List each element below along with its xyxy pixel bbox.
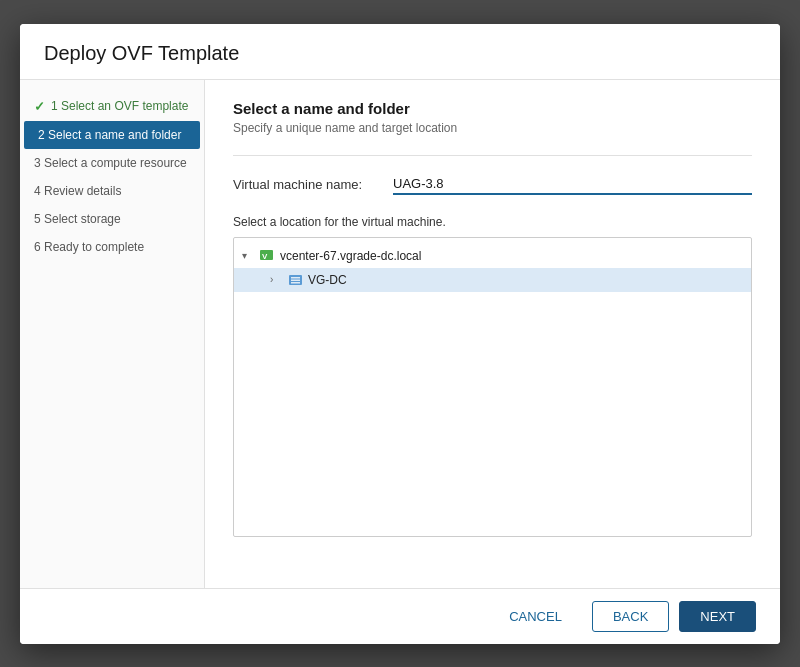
check-icon: ✓ <box>34 99 45 114</box>
vm-name-row: Virtual machine name: <box>233 174 752 195</box>
sidebar-item-label-step2: 2 Select a name and folder <box>38 128 181 142</box>
divider <box>233 155 752 156</box>
vm-name-label: Virtual machine name: <box>233 177 393 192</box>
dialog-title: Deploy OVF Template <box>20 24 780 80</box>
sidebar-item-label-step5: 5 Select storage <box>34 212 121 226</box>
next-button[interactable]: NEXT <box>679 601 756 632</box>
sidebar-item-step2[interactable]: 2 Select a name and folder <box>24 121 200 149</box>
sidebar-item-label-step4: 4 Review details <box>34 184 121 198</box>
main-content: Select a name and folder Specify a uniqu… <box>205 80 780 588</box>
tree-node-vcenter-label: vcenter-67.vgrade-dc.local <box>280 249 421 263</box>
sidebar-item-step4[interactable]: 4 Review details <box>20 177 204 205</box>
tree-node-vcenter[interactable]: ▾ V vcenter-67.vgrade-dc.local <box>234 244 751 268</box>
location-label: Select a location for the virtual machin… <box>233 215 752 229</box>
sidebar-item-step6[interactable]: 6 Ready to complete <box>20 233 204 261</box>
sidebar: ✓ 1 Select an OVF template 2 Select a na… <box>20 80 205 588</box>
dialog-body: ✓ 1 Select an OVF template 2 Select a na… <box>20 80 780 588</box>
chevron-down-icon: ▾ <box>242 250 256 261</box>
dialog-footer: CANCEL BACK NEXT <box>20 588 780 644</box>
cancel-button[interactable]: CANCEL <box>489 602 582 631</box>
sidebar-item-step3[interactable]: 3 Select a compute resource <box>20 149 204 177</box>
svg-text:V: V <box>262 252 268 261</box>
section-title: Select a name and folder <box>233 100 752 117</box>
vcenter-icon: V <box>260 248 276 264</box>
vm-name-input[interactable] <box>393 174 752 195</box>
tree-node-vgdc[interactable]: › VG-DC <box>234 268 751 292</box>
svg-rect-3 <box>291 277 300 279</box>
section-subtitle: Specify a unique name and target locatio… <box>233 121 752 135</box>
sidebar-item-step1[interactable]: ✓ 1 Select an OVF template <box>20 92 204 121</box>
sidebar-item-label-step1: 1 Select an OVF template <box>51 99 188 113</box>
sidebar-item-label-step6: 6 Ready to complete <box>34 240 144 254</box>
datacenter-icon <box>288 272 304 288</box>
sidebar-item-step5[interactable]: 5 Select storage <box>20 205 204 233</box>
deploy-ovf-dialog: Deploy OVF Template ✓ 1 Select an OVF te… <box>20 24 780 644</box>
chevron-right-icon: › <box>270 274 284 285</box>
back-button[interactable]: BACK <box>592 601 669 632</box>
svg-rect-4 <box>291 279 300 281</box>
svg-rect-5 <box>291 282 300 284</box>
location-tree[interactable]: ▾ V vcenter-67.vgrade-dc.local › <box>233 237 752 537</box>
sidebar-item-label-step3: 3 Select a compute resource <box>34 156 187 170</box>
tree-node-vgdc-label: VG-DC <box>308 273 347 287</box>
